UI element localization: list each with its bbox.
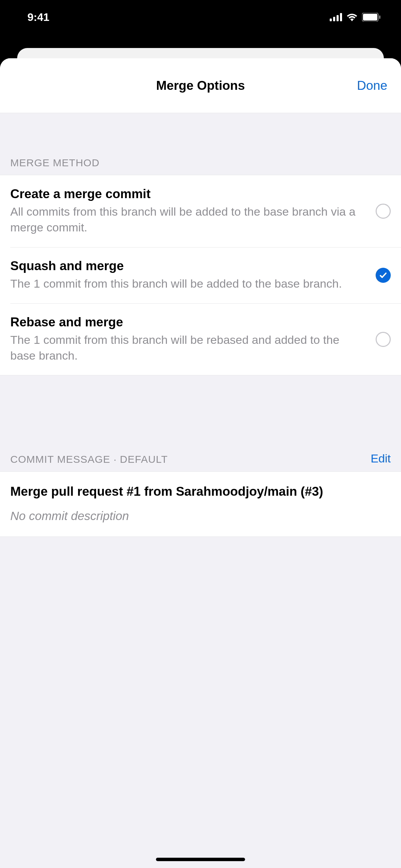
merge-method-label: MERGE METHOD <box>10 157 99 169</box>
svg-rect-5 <box>363 14 377 21</box>
modal-sheet: Merge Options Done MERGE METHOD Create a… <box>0 58 401 868</box>
commit-description: No commit description <box>10 509 391 523</box>
svg-rect-0 <box>330 19 332 21</box>
merge-method-list: Create a merge commit All commits from t… <box>0 175 401 375</box>
wifi-icon <box>346 13 358 21</box>
commit-message-block: Merge pull request #1 from Sarahmoodjoy/… <box>0 471 401 537</box>
option-title: Squash and merge <box>10 259 365 273</box>
option-title: Rebase and merge <box>10 315 365 329</box>
svg-rect-1 <box>333 17 335 21</box>
option-desc: The 1 commit from this branch will be ad… <box>10 276 365 292</box>
option-desc: The 1 commit from this branch will be re… <box>10 332 365 364</box>
status-bar: 9:41 <box>0 0 401 34</box>
cellular-icon <box>330 13 342 21</box>
option-desc: All commits from this branch will be add… <box>10 204 365 236</box>
svg-rect-6 <box>379 15 380 19</box>
merge-option-rebase-and-merge[interactable]: Rebase and merge The 1 commit from this … <box>0 303 401 375</box>
commit-message-label: COMMIT MESSAGE · DEFAULT <box>10 454 168 465</box>
edit-button[interactable]: Edit <box>370 452 391 465</box>
home-indicator[interactable] <box>156 858 245 861</box>
page-title: Merge Options <box>156 79 245 93</box>
option-title: Create a merge commit <box>10 187 365 201</box>
status-time: 9:41 <box>27 11 49 24</box>
merge-option-squash-and-merge[interactable]: Squash and merge The 1 commit from this … <box>0 247 401 303</box>
radio-unchecked-icon <box>376 204 391 219</box>
nav-bar: Merge Options Done <box>0 58 401 113</box>
checkmark-icon <box>379 271 388 280</box>
radio-unchecked-icon <box>376 332 391 347</box>
commit-message-header: COMMIT MESSAGE · DEFAULT Edit <box>0 375 401 471</box>
radio-checked-icon <box>376 268 391 283</box>
merge-method-header: MERGE METHOD <box>0 113 401 175</box>
svg-rect-2 <box>337 15 339 21</box>
svg-rect-3 <box>340 13 342 21</box>
battery-icon <box>362 13 380 22</box>
done-button[interactable]: Done <box>357 79 387 93</box>
merge-option-create-merge-commit[interactable]: Create a merge commit All commits from t… <box>0 175 401 247</box>
commit-title: Merge pull request #1 from Sarahmoodjoy/… <box>10 483 391 500</box>
status-icons <box>330 13 380 22</box>
